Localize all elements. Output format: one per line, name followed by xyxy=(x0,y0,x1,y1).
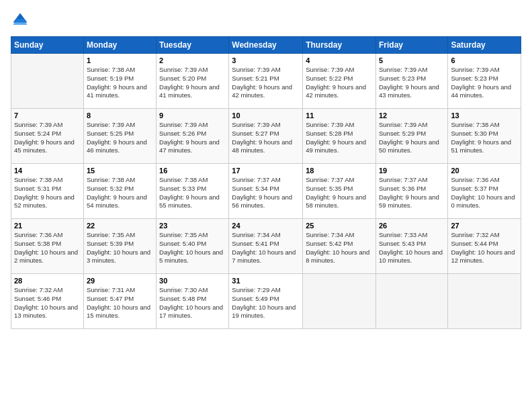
day-number: 12 xyxy=(379,111,445,120)
calendar-week-row: 7Sunrise: 7:39 AMSunset: 5:24 PMDaylight… xyxy=(11,109,521,164)
calendar-cell: 6Sunrise: 7:39 AMSunset: 5:23 PMDaylight… xyxy=(448,54,521,109)
calendar-cell: 4Sunrise: 7:39 AMSunset: 5:22 PMDaylight… xyxy=(303,54,376,109)
day-info: Sunrise: 7:31 AMSunset: 5:47 PMDaylight:… xyxy=(87,286,153,320)
calendar-cell xyxy=(303,274,376,329)
calendar-week-row: 1Sunrise: 7:38 AMSunset: 5:19 PMDaylight… xyxy=(11,54,521,109)
day-number: 29 xyxy=(87,277,153,285)
day-info: Sunrise: 7:37 AMSunset: 5:34 PMDaylight:… xyxy=(232,176,300,210)
calendar-cell xyxy=(375,274,447,329)
day-number: 6 xyxy=(451,56,518,64)
calendar-cell: 3Sunrise: 7:39 AMSunset: 5:21 PMDaylight… xyxy=(229,54,303,109)
calendar-cell: 20Sunrise: 7:36 AMSunset: 5:37 PMDayligh… xyxy=(448,164,521,219)
calendar-table: SundayMondayTuesdayWednesdayThursdayFrid… xyxy=(11,36,521,329)
day-info: Sunrise: 7:39 AMSunset: 5:29 PMDaylight:… xyxy=(379,121,445,155)
calendar-cell: 31Sunrise: 7:29 AMSunset: 5:49 PMDayligh… xyxy=(229,274,303,329)
logo-icon xyxy=(11,11,30,30)
weekday-header-friday: Friday xyxy=(375,37,447,54)
logo xyxy=(11,11,32,30)
day-number: 30 xyxy=(159,277,226,285)
calendar-cell: 30Sunrise: 7:30 AMSunset: 5:48 PMDayligh… xyxy=(157,274,229,329)
calendar-cell: 7Sunrise: 7:39 AMSunset: 5:24 PMDaylight… xyxy=(11,109,84,164)
day-number: 15 xyxy=(87,167,153,175)
calendar-cell: 9Sunrise: 7:39 AMSunset: 5:26 PMDaylight… xyxy=(157,109,229,164)
day-number: 27 xyxy=(451,222,518,230)
day-number: 5 xyxy=(379,56,445,64)
calendar-cell: 17Sunrise: 7:37 AMSunset: 5:34 PMDayligh… xyxy=(229,164,303,219)
weekday-header-monday: Monday xyxy=(83,37,156,54)
calendar-cell: 27Sunrise: 7:32 AMSunset: 5:44 PMDayligh… xyxy=(448,219,521,274)
day-info: Sunrise: 7:39 AMSunset: 5:26 PMDaylight:… xyxy=(159,121,226,155)
calendar-cell: 14Sunrise: 7:38 AMSunset: 5:31 PMDayligh… xyxy=(11,164,84,219)
day-number: 13 xyxy=(451,111,518,120)
day-info: Sunrise: 7:39 AMSunset: 5:21 PMDaylight:… xyxy=(232,66,300,100)
day-number: 11 xyxy=(306,111,373,120)
day-info: Sunrise: 7:37 AMSunset: 5:35 PMDaylight:… xyxy=(306,176,373,210)
day-info: Sunrise: 7:38 AMSunset: 5:32 PMDaylight:… xyxy=(87,176,153,210)
weekday-header-tuesday: Tuesday xyxy=(157,37,229,54)
day-number: 10 xyxy=(232,111,300,120)
day-info: Sunrise: 7:38 AMSunset: 5:30 PMDaylight:… xyxy=(451,121,518,155)
calendar-cell: 13Sunrise: 7:38 AMSunset: 5:30 PMDayligh… xyxy=(448,109,521,164)
day-number: 14 xyxy=(14,167,81,175)
calendar-cell: 10Sunrise: 7:39 AMSunset: 5:27 PMDayligh… xyxy=(229,109,303,164)
calendar-week-row: 21Sunrise: 7:36 AMSunset: 5:38 PMDayligh… xyxy=(11,219,521,274)
day-number: 16 xyxy=(159,167,226,175)
weekday-header-sunday: Sunday xyxy=(11,37,84,54)
page-header xyxy=(11,11,521,30)
day-info: Sunrise: 7:35 AMSunset: 5:39 PMDaylight:… xyxy=(87,231,153,265)
calendar-cell: 2Sunrise: 7:39 AMSunset: 5:20 PMDaylight… xyxy=(157,54,229,109)
weekday-header-saturday: Saturday xyxy=(448,37,521,54)
calendar-cell: 29Sunrise: 7:31 AMSunset: 5:47 PMDayligh… xyxy=(83,274,156,329)
day-info: Sunrise: 7:38 AMSunset: 5:19 PMDaylight:… xyxy=(87,66,153,100)
day-info: Sunrise: 7:35 AMSunset: 5:40 PMDaylight:… xyxy=(159,231,226,265)
day-number: 24 xyxy=(232,222,300,230)
calendar-cell: 16Sunrise: 7:38 AMSunset: 5:33 PMDayligh… xyxy=(157,164,229,219)
day-info: Sunrise: 7:36 AMSunset: 5:38 PMDaylight:… xyxy=(14,231,81,265)
day-number: 3 xyxy=(232,56,300,64)
day-number: 7 xyxy=(14,111,81,120)
calendar-cell: 15Sunrise: 7:38 AMSunset: 5:32 PMDayligh… xyxy=(83,164,156,219)
day-info: Sunrise: 7:32 AMSunset: 5:44 PMDaylight:… xyxy=(451,231,518,265)
day-number: 8 xyxy=(87,111,153,120)
calendar-cell: 24Sunrise: 7:34 AMSunset: 5:41 PMDayligh… xyxy=(229,219,303,274)
calendar-cell xyxy=(11,54,84,109)
calendar-cell: 12Sunrise: 7:39 AMSunset: 5:29 PMDayligh… xyxy=(375,109,447,164)
calendar-cell: 22Sunrise: 7:35 AMSunset: 5:39 PMDayligh… xyxy=(83,219,156,274)
day-info: Sunrise: 7:39 AMSunset: 5:24 PMDaylight:… xyxy=(14,121,81,155)
day-number: 28 xyxy=(14,277,81,285)
day-number: 21 xyxy=(14,222,81,230)
day-number: 25 xyxy=(306,222,373,230)
calendar-cell: 8Sunrise: 7:39 AMSunset: 5:25 PMDaylight… xyxy=(83,109,156,164)
page-container: SundayMondayTuesdayWednesdayThursdayFrid… xyxy=(0,0,532,336)
calendar-cell: 19Sunrise: 7:37 AMSunset: 5:36 PMDayligh… xyxy=(375,164,447,219)
calendar-header-row: SundayMondayTuesdayWednesdayThursdayFrid… xyxy=(11,37,521,54)
day-number: 23 xyxy=(159,222,226,230)
day-number: 1 xyxy=(87,56,153,64)
day-number: 18 xyxy=(306,167,373,175)
calendar-week-row: 14Sunrise: 7:38 AMSunset: 5:31 PMDayligh… xyxy=(11,164,521,219)
day-info: Sunrise: 7:34 AMSunset: 5:41 PMDaylight:… xyxy=(232,231,300,265)
day-number: 17 xyxy=(232,167,300,175)
day-info: Sunrise: 7:29 AMSunset: 5:49 PMDaylight:… xyxy=(232,286,300,320)
calendar-cell: 23Sunrise: 7:35 AMSunset: 5:40 PMDayligh… xyxy=(157,219,229,274)
calendar-cell: 21Sunrise: 7:36 AMSunset: 5:38 PMDayligh… xyxy=(11,219,84,274)
day-info: Sunrise: 7:38 AMSunset: 5:31 PMDaylight:… xyxy=(14,176,81,210)
calendar-cell: 26Sunrise: 7:33 AMSunset: 5:43 PMDayligh… xyxy=(375,219,447,274)
day-info: Sunrise: 7:32 AMSunset: 5:46 PMDaylight:… xyxy=(14,286,81,320)
day-info: Sunrise: 7:33 AMSunset: 5:43 PMDaylight:… xyxy=(379,231,445,265)
day-info: Sunrise: 7:30 AMSunset: 5:48 PMDaylight:… xyxy=(159,286,226,320)
day-info: Sunrise: 7:39 AMSunset: 5:25 PMDaylight:… xyxy=(87,121,153,155)
day-info: Sunrise: 7:39 AMSunset: 5:27 PMDaylight:… xyxy=(232,121,300,155)
calendar-cell: 25Sunrise: 7:34 AMSunset: 5:42 PMDayligh… xyxy=(303,219,376,274)
day-number: 9 xyxy=(159,111,226,120)
day-number: 20 xyxy=(451,167,518,175)
weekday-header-thursday: Thursday xyxy=(303,37,376,54)
day-info: Sunrise: 7:39 AMSunset: 5:23 PMDaylight:… xyxy=(379,66,445,100)
day-number: 22 xyxy=(87,222,153,230)
day-info: Sunrise: 7:39 AMSunset: 5:23 PMDaylight:… xyxy=(451,66,518,100)
calendar-cell: 11Sunrise: 7:39 AMSunset: 5:28 PMDayligh… xyxy=(303,109,376,164)
calendar-cell: 5Sunrise: 7:39 AMSunset: 5:23 PMDaylight… xyxy=(375,54,447,109)
day-number: 4 xyxy=(306,56,373,64)
day-info: Sunrise: 7:34 AMSunset: 5:42 PMDaylight:… xyxy=(306,231,373,265)
day-number: 19 xyxy=(379,167,445,175)
